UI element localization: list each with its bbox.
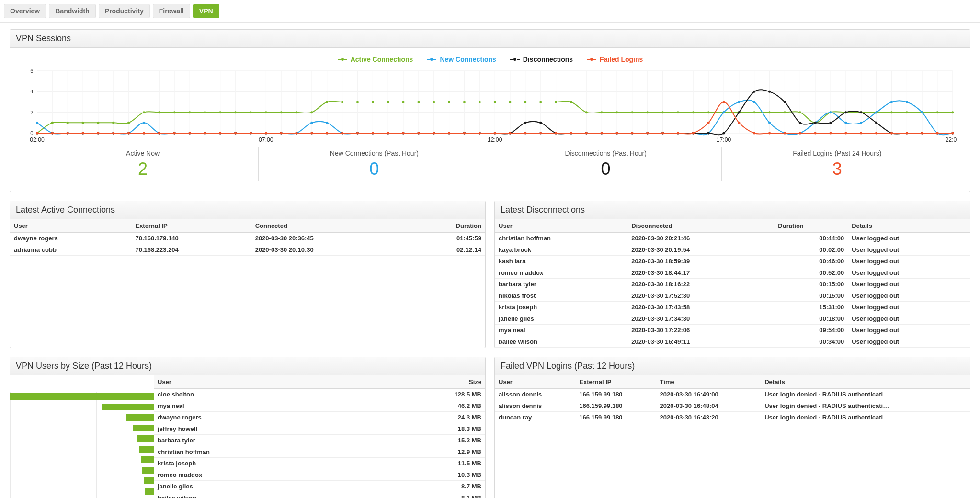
col-dur[interactable]: Duration [774, 219, 848, 233]
table-row[interactable]: romeo maddox2020-03-30 18:44:1700:52:00U… [495, 267, 970, 279]
tab-bandwidth[interactable]: Bandwidth [49, 4, 96, 18]
legend-disc[interactable]: Disconnections [510, 56, 573, 63]
size-bar [139, 446, 154, 453]
tab-productivity[interactable]: Productivity [99, 4, 150, 18]
col-user[interactable]: User [154, 375, 364, 389]
cell: barbara tyler [154, 435, 364, 446]
table-row[interactable]: kash lara2020-03-30 18:59:3900:46:00User… [495, 256, 970, 267]
cell: 15:31:00 [774, 302, 848, 313]
svg-point-282 [417, 132, 420, 135]
svg-point-301 [707, 122, 710, 124]
table-row[interactable]: jeffrey howell18.3 MB [154, 423, 485, 435]
svg-point-101 [448, 101, 450, 103]
col-det[interactable]: Details [848, 219, 970, 233]
tab-firewall[interactable]: Firewall [153, 4, 190, 18]
summary-failed-label: Failed Logins (Past 24 Hours) [722, 149, 953, 157]
svg-point-122 [768, 111, 771, 113]
legend-failed[interactable]: Failed Logins [586, 56, 643, 63]
svg-point-262 [112, 132, 114, 135]
col-user[interactable]: User [495, 219, 627, 233]
table-row[interactable]: krista joseph11.5 MB [154, 458, 485, 469]
legend-active-label: Active Connections [351, 56, 413, 63]
table-row[interactable]: mya neal2020-03-30 17:22:0609:54:00User … [495, 325, 970, 336]
svg-point-188 [844, 122, 847, 124]
cell: 2020-03-30 20:19:54 [627, 244, 774, 256]
cell: janelle giles [495, 313, 627, 325]
table-row[interactable]: cloe shelton128.5 MB [154, 389, 485, 400]
col-user[interactable]: User [10, 219, 131, 233]
cell: 00:15:00 [774, 279, 848, 290]
table-row[interactable]: krista joseph2020-03-30 17:43:5815:31:00… [495, 302, 970, 313]
svg-point-77 [82, 122, 84, 124]
col-det[interactable]: Details [761, 375, 970, 389]
svg-point-243 [753, 91, 755, 93]
table-row[interactable]: adrianna cobb70.168.223.2042020-03-30 20… [10, 244, 485, 256]
svg-point-291 [555, 132, 557, 135]
col-ip[interactable]: External IP [131, 219, 251, 233]
tab-vpn[interactable]: VPN [193, 4, 219, 18]
table-row[interactable]: alisson dennis166.159.99.1802020-03-30 1… [495, 389, 970, 400]
svg-point-154 [326, 122, 328, 124]
legend-new[interactable]: New Connections [426, 56, 496, 63]
vpn-sessions-chart[interactable]: 024602:0007:0012:0017:0022:00 [23, 68, 957, 145]
table-row[interactable]: dwayne rogers24.3 MB [154, 412, 485, 423]
svg-point-295 [615, 132, 618, 135]
table-row[interactable]: bailee wilson8.1 MB [154, 492, 485, 498]
table-row[interactable]: barbara tyler2020-03-30 18:16:2200:15:00… [495, 279, 970, 290]
summary-new-label: New Connections (Past Hour) [259, 149, 490, 157]
tab-overview[interactable]: Overview [4, 4, 46, 18]
svg-point-124 [799, 111, 801, 113]
svg-point-75 [51, 122, 54, 124]
svg-point-181 [738, 101, 740, 103]
cell: 128.5 MB [364, 389, 485, 400]
summary-active-value: 2 [138, 159, 148, 179]
table-row[interactable]: christian hoffman12.9 MB [154, 446, 485, 458]
col-time[interactable]: Time [656, 375, 761, 389]
table-row[interactable]: christian hoffman2020-03-30 20:21:4600:4… [495, 233, 970, 244]
cell: 2020-03-30 17:34:30 [627, 313, 774, 325]
table-row[interactable]: kaya brock2020-03-30 20:19:5400:02:00Use… [495, 244, 970, 256]
table-row[interactable]: mya neal46.2 MB [154, 400, 485, 412]
table-row[interactable]: nikolas frost2020-03-30 17:52:3000:15:00… [495, 290, 970, 302]
table-row[interactable]: alisson dennis166.159.99.1802020-03-30 1… [495, 400, 970, 412]
cell: User logged out [848, 256, 970, 267]
table-row[interactable]: dwayne rogers70.160.179.1402020-03-30 20… [10, 233, 485, 244]
legend-active[interactable]: Active Connections [337, 56, 413, 63]
svg-point-97 [387, 101, 389, 103]
svg-point-279 [372, 132, 374, 135]
svg-point-299 [677, 132, 679, 135]
summary-failed: Failed Logins (Past 24 Hours) 3 [722, 147, 953, 181]
table-row[interactable]: janelle giles8.7 MB [154, 481, 485, 492]
svg-point-87 [234, 111, 237, 113]
svg-point-112 [615, 111, 618, 113]
svg-point-265 [158, 132, 160, 135]
users-by-size-bars[interactable] [10, 375, 154, 498]
cell: User logged out [848, 244, 970, 256]
svg-point-193 [921, 111, 923, 113]
col-disc[interactable]: Disconnected [627, 219, 774, 233]
col-ip[interactable]: External IP [575, 375, 656, 389]
cell: 02:12:14 [407, 244, 485, 256]
table-row[interactable]: romeo maddox10.3 MB [154, 469, 485, 481]
table-row[interactable]: bailee wilson2020-03-30 16:49:1100:34:00… [495, 336, 970, 348]
cell: mya neal [495, 325, 627, 336]
svg-point-285 [463, 132, 466, 135]
cell: 00:02:00 [774, 244, 848, 256]
svg-point-131 [906, 111, 908, 113]
cell: christian hoffman [495, 233, 627, 244]
users-by-size-panel: VPN Users by Size (Past 12 Hours) User S… [10, 357, 486, 498]
table-row[interactable]: janelle giles2020-03-30 17:34:3000:18:00… [495, 313, 970, 325]
cell: User login denied - RADIUS authenticati… [761, 412, 970, 423]
col-user[interactable]: User [495, 375, 575, 389]
table-row[interactable]: duncan ray166.159.99.1802020-03-30 16:43… [495, 412, 970, 423]
cell: 00:34:00 [774, 336, 848, 348]
col-size[interactable]: Size [364, 375, 485, 389]
legend-swatch-icon [586, 58, 597, 61]
cell: romeo maddox [154, 469, 364, 481]
table-row[interactable]: barbara tyler15.2 MB [154, 435, 485, 446]
active-connections-table: User External IP Connected Duration dway… [10, 219, 485, 256]
col-dur[interactable]: Duration [407, 219, 485, 233]
svg-point-307 [799, 132, 801, 135]
col-conn[interactable]: Connected [251, 219, 407, 233]
cell: kaya brock [495, 244, 627, 256]
